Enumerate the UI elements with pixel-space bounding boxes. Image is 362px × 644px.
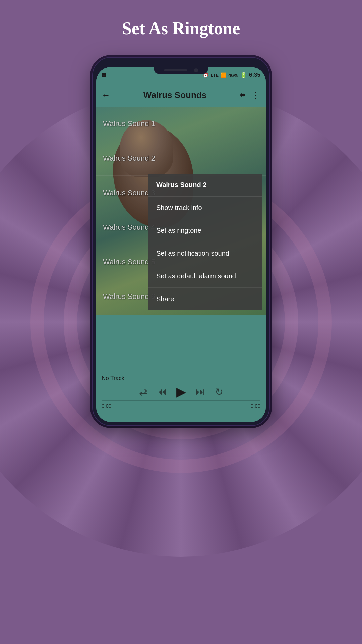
bottom-player: No Track ⇄ ⏮ ▶ ⏭ ↻ 0:00 0:00 bbox=[96, 372, 266, 422]
context-menu-share[interactable]: Share bbox=[148, 288, 262, 310]
status-left: 🖼 bbox=[102, 72, 106, 78]
repeat-button[interactable]: ↻ bbox=[215, 386, 223, 398]
player-controls: ⇄ ⏮ ▶ ⏭ ↻ bbox=[96, 383, 266, 400]
battery-icon: 🔋 bbox=[240, 72, 247, 78]
page-title: Set As Ringtone bbox=[0, 18, 362, 38]
speaker bbox=[164, 69, 187, 71]
player-time-end: 0:00 bbox=[251, 403, 260, 409]
context-menu-header: Walrus Sound 2 bbox=[148, 174, 262, 197]
next-button[interactable]: ⏭ bbox=[195, 386, 205, 397]
share-button[interactable]: ⬌ bbox=[240, 91, 246, 99]
context-menu: Walrus Sound 2 Show track info Set as ri… bbox=[148, 174, 262, 310]
clock: 6:35 bbox=[249, 72, 260, 78]
notification-icon: 🖼 bbox=[102, 72, 106, 78]
content-area: Walrus Sound 1 Walrus Sound 2 Walrus Sou… bbox=[96, 107, 266, 315]
back-button[interactable]: ← bbox=[102, 90, 110, 100]
context-menu-set-ringtone[interactable]: Set as ringtone bbox=[148, 219, 262, 242]
shuffle-button[interactable]: ⇄ bbox=[139, 386, 147, 398]
battery-pct: 46% bbox=[228, 72, 238, 78]
status-right: ⏰ LTE 📶 46% 🔋 6:35 bbox=[203, 72, 260, 78]
app-bar-title: Walrus Sounds bbox=[116, 90, 234, 100]
player-time-start: 0:00 bbox=[102, 403, 111, 409]
camera bbox=[194, 68, 198, 72]
overflow-menu-button[interactable]: ⋮ bbox=[251, 90, 260, 101]
previous-button[interactable]: ⏮ bbox=[157, 386, 167, 397]
phone-frame: 🖼 ⏰ LTE 📶 46% 🔋 6:35 ← Walrus Sounds ⬌ ⋮ bbox=[92, 57, 270, 426]
phone-notch bbox=[154, 67, 208, 74]
phone-screen: 🖼 ⏰ LTE 📶 46% 🔋 6:35 ← Walrus Sounds ⬌ ⋮ bbox=[96, 67, 266, 422]
context-menu-show-track-info[interactable]: Show track info bbox=[148, 197, 262, 219]
play-button[interactable]: ▶ bbox=[176, 384, 186, 399]
player-track-name: No Track bbox=[96, 372, 266, 383]
context-menu-set-alarm[interactable]: Set as default alarm sound bbox=[148, 265, 262, 288]
lte-badge: LTE bbox=[210, 73, 219, 78]
app-bar: ← Walrus Sounds ⬌ ⋮ bbox=[96, 83, 266, 107]
context-menu-set-notification[interactable]: Set as notification sound bbox=[148, 242, 262, 265]
signal-icon: 📶 bbox=[221, 72, 226, 78]
player-times: 0:00 0:00 bbox=[96, 401, 266, 410]
